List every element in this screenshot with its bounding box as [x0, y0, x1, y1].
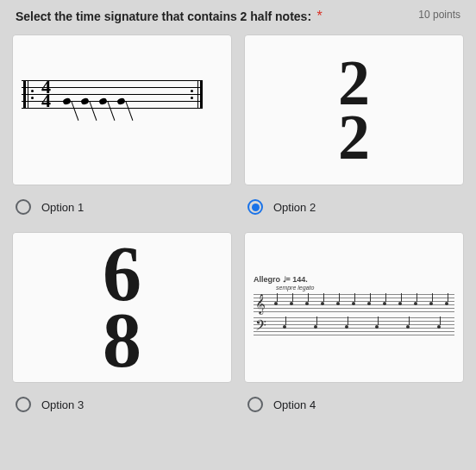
option-4-radio-row[interactable]: Option 4 — [244, 383, 464, 421]
options-grid: 4 4 Option 1 — [9, 34, 467, 421]
option-1-radio-row[interactable]: Option 1 — [12, 185, 232, 223]
repeat-end-icon — [197, 80, 203, 109]
option-1[interactable]: 4 4 Option 1 — [12, 34, 232, 223]
option-4-label: Option 4 — [273, 398, 316, 411]
option-4-image: Allegro ♩= 144. sempre legato 𝄞 𝄢 — [244, 232, 464, 383]
question-header: Select the time signature that contains … — [9, 9, 467, 34]
required-marker: * — [317, 9, 323, 23]
bass-staff-icon: 𝄢 — [254, 317, 454, 336]
question-label: Select the time signature that contains … — [16, 9, 311, 23]
repeat-start-icon — [23, 80, 28, 109]
time-sig-44: 4 4 — [41, 80, 51, 109]
option-1-label: Option 1 — [41, 201, 84, 214]
option-4[interactable]: Allegro ♩= 144. sempre legato 𝄞 𝄢 Option… — [244, 232, 464, 421]
option-3-label: Option 3 — [41, 398, 84, 411]
points-label: 10 points — [418, 9, 460, 21]
sheet-expression: sempre legato — [254, 285, 454, 291]
option-1-image: 4 4 — [12, 34, 232, 185]
sheet-tempo: Allegro ♩= 144. — [254, 275, 454, 284]
option-3-image: 6 8 — [12, 232, 232, 383]
treble-staff-icon: 𝄞 — [254, 294, 454, 313]
radio-icon — [16, 199, 31, 215]
option-2-label: Option 2 — [273, 201, 316, 214]
radio-selected-icon — [247, 199, 263, 215]
question-text: Select the time signature that contains … — [16, 9, 323, 24]
option-3[interactable]: 6 8 Option 3 — [12, 232, 232, 421]
time-sig-22: 2 2 — [338, 56, 370, 165]
time-sig-68: 6 8 — [103, 241, 141, 373]
option-3-radio-row[interactable]: Option 3 — [12, 383, 232, 421]
option-2-image: 2 2 — [244, 34, 464, 185]
radio-icon — [16, 397, 31, 412]
option-2-radio-row[interactable]: Option 2 — [244, 185, 464, 223]
quarter-notes-icon — [63, 98, 125, 104]
option-2[interactable]: 2 2 Option 2 — [244, 34, 464, 223]
radio-icon — [247, 397, 263, 412]
